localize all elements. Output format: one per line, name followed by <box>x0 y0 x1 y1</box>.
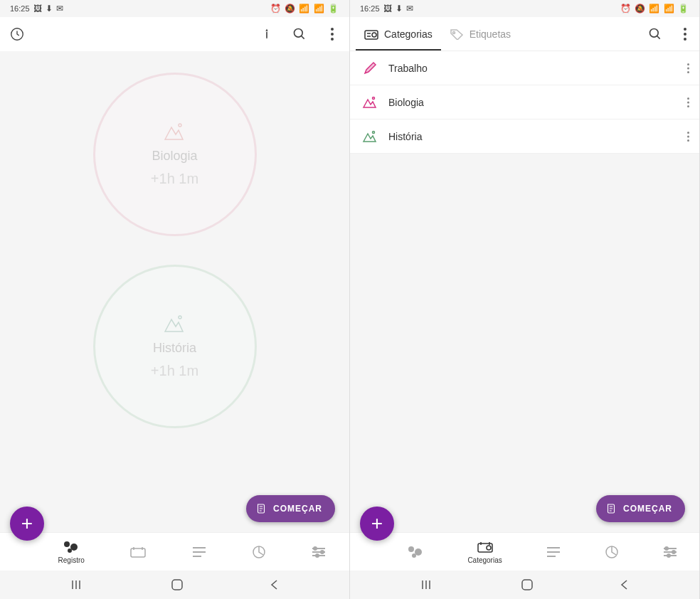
svg-point-29 <box>687 105 689 107</box>
tab-settings[interactable] <box>311 544 327 560</box>
start-button[interactable]: COMEÇAR <box>246 495 335 522</box>
status-left-icons: 🖼 ⬇ ✉ <box>33 4 65 14</box>
circle-historia[interactable]: História +1h 1m <box>93 265 257 428</box>
svg-rect-37 <box>478 544 492 552</box>
nav-home[interactable] <box>521 578 534 591</box>
start-label: COMEÇAR <box>273 504 322 514</box>
tab-etiquetas-top[interactable]: Etiquetas <box>441 17 519 51</box>
category-name: Biologia <box>388 97 687 108</box>
clock-icon[interactable] <box>9 26 26 43</box>
svg-point-19 <box>650 28 659 37</box>
main-content: Biologia +1h 1m História +1h 1m <box>0 51 349 532</box>
nav-bar <box>0 571 349 599</box>
category-name: Trabalho <box>388 63 687 74</box>
status-bar: 16:25 🖼 ⬇ ✉ ⏰ 🔕 📶 📶 🔋 <box>350 0 699 17</box>
svg-point-1 <box>295 29 303 38</box>
svg-point-28 <box>687 101 689 103</box>
svg-point-34 <box>408 546 414 552</box>
item-more-icon[interactable] <box>687 63 689 73</box>
svg-point-33 <box>687 139 689 142</box>
tab-pie[interactable] <box>252 544 266 560</box>
status-time: 16:25 <box>10 4 30 13</box>
tab-categorias-top[interactable]: Categorias <box>356 17 441 51</box>
svg-point-4 <box>331 38 334 41</box>
circle-time: +1h 1m <box>151 171 198 187</box>
main-content: Trabalho Biologia História <box>350 51 699 498</box>
filter-icon[interactable] <box>258 26 275 43</box>
tab-pie[interactable] <box>605 544 619 560</box>
status-right-icons: ⏰ 🔕 📶 📶 🔋 <box>620 4 689 14</box>
nav-recent[interactable] <box>72 580 85 590</box>
circle-time: +1h 1m <box>151 363 198 379</box>
add-button[interactable]: + <box>10 507 44 541</box>
mountain-icon <box>163 122 187 142</box>
scroll-icon <box>605 502 617 515</box>
svg-point-40 <box>665 547 668 550</box>
add-button[interactable]: + <box>360 507 394 541</box>
nav-recent[interactable] <box>422 580 435 590</box>
topbar-tabs: Categorias Etiquetas <box>350 17 699 51</box>
tab-categorias[interactable]: Categorias <box>467 539 502 564</box>
svg-point-25 <box>687 71 689 73</box>
mountain-icon <box>163 314 187 334</box>
svg-point-13 <box>321 551 324 553</box>
pen-icon <box>360 61 380 75</box>
item-more-icon[interactable] <box>687 97 689 107</box>
tags-icon <box>450 28 464 40</box>
svg-point-3 <box>331 33 334 36</box>
search-icon[interactable] <box>291 26 308 43</box>
tab-list[interactable] <box>546 544 561 560</box>
svg-point-7 <box>64 541 70 547</box>
svg-point-38 <box>487 546 491 550</box>
svg-point-20 <box>684 28 686 31</box>
svg-point-31 <box>687 132 689 134</box>
start-label: COMEÇAR <box>623 504 672 514</box>
topbar <box>0 17 349 51</box>
category-item-trabalho[interactable]: Trabalho <box>350 51 699 85</box>
category-list: Trabalho Biologia História <box>350 51 699 154</box>
circle-title: Biologia <box>152 149 197 164</box>
tab-label: Etiquetas <box>470 28 511 40</box>
svg-point-36 <box>412 553 416 558</box>
tab-settings[interactable] <box>662 544 678 560</box>
radio-icon <box>364 28 378 40</box>
circle-biologia[interactable]: Biologia +1h 1m <box>93 73 257 236</box>
svg-point-6 <box>179 316 181 319</box>
search-icon[interactable] <box>647 26 664 43</box>
tab-label: Categorias <box>467 556 502 564</box>
svg-point-24 <box>687 67 689 69</box>
tab-registro[interactable]: Registro <box>58 539 85 564</box>
item-more-icon[interactable] <box>687 132 689 142</box>
start-button[interactable]: COMEÇAR <box>596 495 685 522</box>
category-item-historia[interactable]: História <box>350 120 699 154</box>
status-left-icons: 🖼 ⬇ ✉ <box>383 4 415 14</box>
circle-title: História <box>153 341 196 356</box>
tab-list[interactable] <box>191 544 207 560</box>
tab-label: Registro <box>58 556 85 564</box>
nav-back[interactable] <box>270 579 278 590</box>
more-icon[interactable] <box>324 26 341 43</box>
svg-point-9 <box>68 548 72 553</box>
tab-categorias[interactable] <box>129 544 147 560</box>
category-item-biologia[interactable]: Biologia <box>350 85 699 120</box>
nav-back[interactable] <box>620 579 628 590</box>
svg-point-14 <box>316 554 319 557</box>
category-name: História <box>388 131 687 142</box>
bottom-tabs: Registro <box>0 532 349 571</box>
more-icon[interactable] <box>677 26 694 43</box>
svg-point-42 <box>667 554 670 557</box>
bottom-tabs: Categorias <box>350 532 699 571</box>
nav-bar <box>350 571 699 599</box>
svg-point-26 <box>373 97 375 99</box>
tab-registro[interactable] <box>407 544 424 560</box>
svg-point-30 <box>373 131 375 133</box>
svg-point-23 <box>687 63 689 65</box>
svg-rect-43 <box>522 580 532 590</box>
mountain-icon <box>360 96 380 109</box>
svg-point-32 <box>687 135 689 137</box>
svg-point-18 <box>452 31 455 33</box>
mountain-icon <box>360 130 380 143</box>
tab-label: Categorias <box>384 28 433 40</box>
nav-home[interactable] <box>171 578 184 591</box>
scroll-icon <box>255 502 267 515</box>
